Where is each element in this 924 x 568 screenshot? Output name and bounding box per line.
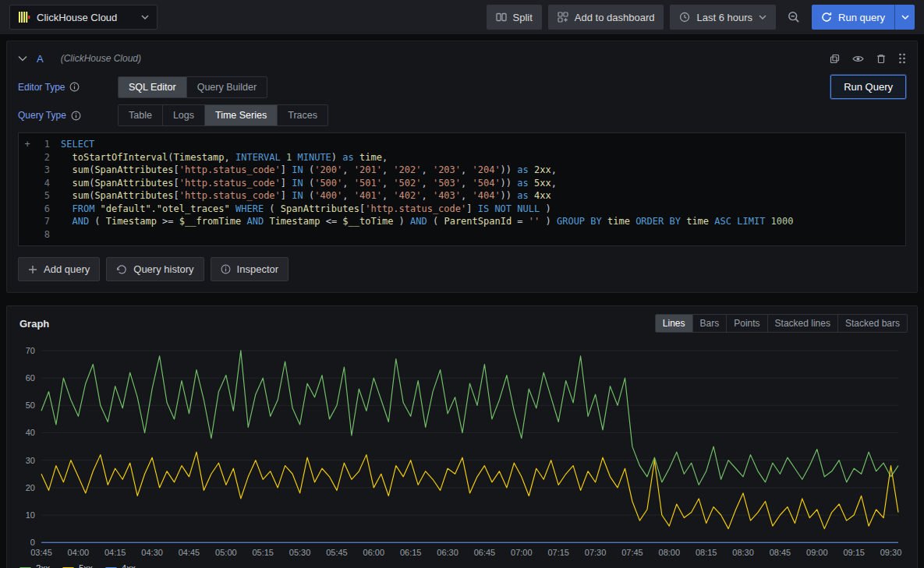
svg-text:05:30: 05:30 — [289, 548, 311, 557]
svg-text:05:45: 05:45 — [326, 548, 348, 557]
split-button[interactable]: Split — [487, 5, 542, 30]
sync-icon — [821, 12, 832, 23]
svg-text:10: 10 — [26, 510, 35, 520]
code-line-2[interactable]: 2 toStartOfInterval(Timestamp, INTERVAL … — [19, 151, 905, 164]
inspector-button[interactable]: Inspector — [211, 257, 289, 281]
top-navigation-bar: ClickHouse Cloud Split Add to dashboard … — [0, 0, 924, 34]
datasource-picker[interactable]: ClickHouse Cloud — [9, 5, 158, 30]
svg-text:06:15: 06:15 — [400, 548, 422, 557]
zoom-out-button[interactable] — [782, 5, 805, 30]
gutter-spacer — [19, 215, 36, 228]
code-line-5[interactable]: 5 sum(SpanAttributes['http.status_code']… — [19, 189, 905, 203]
run-query-button[interactable]: Run query — [812, 5, 894, 30]
info-circle-icon[interactable] — [71, 111, 81, 121]
legend-item-5xx[interactable]: 5xx — [62, 563, 93, 568]
editor-type-label: Editor Type — [18, 82, 65, 93]
add-query-button[interactable]: Add query — [18, 257, 100, 281]
option-bars[interactable]: Bars — [693, 315, 728, 332]
svg-text:30: 30 — [26, 456, 35, 465]
code-text: AND ( Timestamp >= $__fromTime AND Times… — [61, 215, 794, 228]
sql-code-editor[interactable]: +1SELECT2 toStartOfInterval(Timestamp, I… — [18, 132, 906, 246]
legend-label: 2xx — [36, 563, 50, 568]
svg-text:60: 60 — [26, 373, 35, 383]
gutter-spacer — [19, 203, 36, 216]
option-logs[interactable]: Logs — [163, 105, 205, 125]
code-line-4[interactable]: 4 sum(SpanAttributes['http.status_code']… — [19, 177, 905, 190]
option-points[interactable]: Points — [727, 315, 767, 332]
gutter-spacer — [19, 151, 36, 164]
code-line-3[interactable]: 3 sum(SpanAttributes['http.status_code']… — [19, 164, 905, 177]
code-text: sum(SpanAttributes['http.status_code'] I… — [61, 177, 557, 190]
code-line-1[interactable]: +1SELECT — [19, 138, 905, 151]
add-to-dashboard-button[interactable]: Add to dashboard — [548, 5, 664, 30]
chevron-down-icon — [141, 15, 149, 19]
legend-item-4xx[interactable]: 4xx — [105, 563, 136, 568]
clickhouse-logo-icon — [18, 11, 30, 23]
drag-handle[interactable] — [898, 53, 906, 64]
trash-icon — [876, 54, 886, 64]
svg-text:04:30: 04:30 — [141, 548, 163, 557]
query-history-button[interactable]: Query history — [106, 257, 204, 281]
eye-icon — [852, 55, 864, 63]
line-number: 5 — [36, 189, 50, 203]
graph-panel-header: Graph LinesBarsPointsStacked linesStacke… — [16, 314, 908, 333]
svg-text:04:15: 04:15 — [104, 548, 126, 557]
option-lines[interactable]: Lines — [656, 315, 693, 332]
query-type-toggle: TableLogsTime SeriesTraces — [118, 104, 328, 126]
line-number: 8 — [36, 228, 50, 242]
graph-panel: Graph LinesBarsPointsStacked linesStacke… — [6, 305, 918, 568]
option-stacked-bars[interactable]: Stacked bars — [838, 315, 907, 332]
run-query-panel-button[interactable]: Run Query — [830, 75, 906, 99]
query-row-header: A (ClickHouse Cloud) — [13, 48, 911, 69]
line-number: 6 — [36, 203, 50, 216]
svg-text:07:45: 07:45 — [621, 548, 643, 557]
option-table[interactable]: Table — [119, 105, 163, 125]
query-header-actions — [830, 53, 906, 64]
svg-text:08:30: 08:30 — [732, 548, 754, 557]
editor-type-label-group: Editor Type — [18, 82, 118, 93]
option-query-builder[interactable]: Query Builder — [187, 77, 267, 97]
split-label: Split — [513, 12, 533, 23]
series-line-5xx — [41, 452, 898, 528]
toggle-visibility-button[interactable] — [852, 55, 864, 63]
explore-actions-row: Add query Query history Inspector — [13, 251, 911, 289]
svg-text:05:15: 05:15 — [252, 548, 274, 557]
svg-text:03:45: 03:45 — [30, 548, 52, 557]
code-line-7[interactable]: 7 AND ( Timestamp >= $__fromTime AND Tim… — [19, 215, 905, 228]
plus-icon — [28, 265, 37, 274]
inspector-label: Inspector — [237, 263, 278, 275]
code-line-8[interactable]: 8 — [19, 228, 905, 242]
option-sql-editor[interactable]: SQL Editor — [119, 77, 187, 97]
gutter-spacer — [19, 164, 36, 177]
legend-item-2xx[interactable]: 2xx — [19, 563, 50, 568]
svg-text:06:30: 06:30 — [437, 548, 458, 557]
svg-text:08:00: 08:00 — [659, 548, 681, 557]
query-editor-panel: A (ClickHouse Cloud) — [6, 41, 918, 293]
option-time-series[interactable]: Time Series — [205, 105, 278, 125]
svg-text:09:00: 09:00 — [806, 548, 828, 557]
collapse-query-button[interactable] — [18, 55, 27, 62]
info-circle-icon[interactable] — [69, 82, 80, 92]
option-traces[interactable]: Traces — [278, 105, 327, 125]
history-icon — [116, 264, 127, 275]
code-line-6[interactable]: 6 FROM "default"."otel_traces" WHERE ( S… — [19, 203, 905, 216]
legend-label: 4xx — [122, 563, 136, 568]
time-range-picker[interactable]: Last 6 hours — [670, 5, 776, 30]
editor-type-row: Editor Type SQL EditorQuery Builder Run … — [13, 75, 911, 99]
svg-text:20: 20 — [26, 483, 35, 492]
time-series-chart[interactable]: 01020304050607003:4504:0004:1504:3004:45… — [15, 337, 909, 561]
svg-text:04:00: 04:00 — [68, 548, 90, 557]
gutter-spacer — [19, 189, 36, 203]
option-stacked-lines[interactable]: Stacked lines — [768, 315, 838, 332]
svg-text:07:30: 07:30 — [585, 548, 607, 557]
query-type-label: Query Type — [18, 110, 66, 121]
gutter-spacer — [19, 177, 36, 190]
line-number: 4 — [36, 177, 50, 190]
svg-text:50: 50 — [26, 400, 35, 410]
add-line-icon[interactable]: + — [19, 138, 36, 151]
query-history-label: Query history — [133, 263, 193, 275]
delete-query-button[interactable] — [876, 54, 886, 64]
line-number: 3 — [36, 164, 50, 177]
run-query-caret-button[interactable] — [894, 5, 915, 30]
duplicate-query-button[interactable] — [830, 54, 840, 64]
